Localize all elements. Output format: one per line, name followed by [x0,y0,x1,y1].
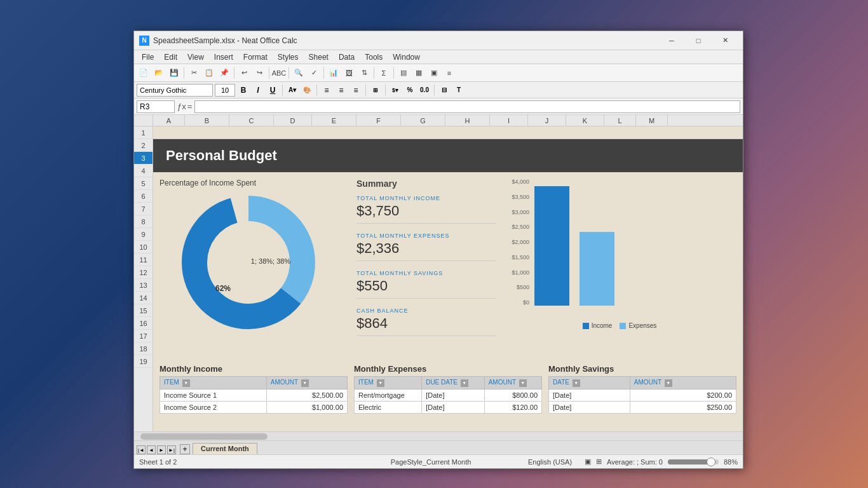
font-size-input[interactable] [215,84,235,97]
row-18[interactable]: 18 [134,342,153,355]
decimal-button[interactable]: 0.0 [418,84,431,97]
row-11[interactable]: 11 [134,254,153,266]
expenses-item-filter[interactable]: ▼ [377,379,384,387]
col-header-E[interactable]: E [312,115,356,126]
row-10[interactable]: 10 [134,241,153,254]
zoom-thumb[interactable] [707,458,715,466]
percent-button[interactable]: % [403,84,416,97]
row-2[interactable]: 2 [134,139,153,152]
sheet-tab-current-month[interactable]: Current Month [193,443,257,454]
row-3[interactable]: 3 [134,152,153,165]
spellcheck-button[interactable]: ABC [272,66,286,80]
cut-button[interactable]: ✂ [187,66,201,80]
savings-date-2[interactable]: [Date] [549,402,630,414]
expenses-date-header[interactable]: DUE DATE ▼ [422,377,485,390]
col-header-L[interactable]: L [604,115,636,126]
hscroll-thumb[interactable] [140,433,268,440]
format-number[interactable]: $▾ [389,84,402,97]
income-item-header[interactable]: ITEM ▼ [160,377,267,390]
menu-insert[interactable]: Insert [209,50,238,64]
col-header-J[interactable]: J [528,115,566,126]
zoom-out-button[interactable]: 🔍 [292,66,306,80]
col-header-B[interactable]: B [185,115,229,126]
horizontal-scrollbar[interactable] [134,431,743,440]
merge-button[interactable]: ⊞ [369,84,382,97]
font-name-input[interactable] [137,84,213,97]
row-4[interactable]: 4 [134,165,153,177]
highlight-button[interactable]: A▾ [286,84,299,97]
expense-amount-1[interactable]: $800.00 [484,390,541,402]
savings-date-header[interactable]: DATE ▼ [549,377,630,390]
underline-button[interactable]: U [266,84,279,97]
savings-amount-filter[interactable]: ▼ [665,379,672,387]
col-header-C[interactable]: C [229,115,274,126]
expenses-item-header[interactable]: ITEM ▼ [355,377,422,390]
row-9[interactable]: 9 [134,228,153,241]
border-button[interactable]: ⊟ [438,84,451,97]
menu-format[interactable]: Format [238,50,273,64]
menu-view[interactable]: View [182,50,209,64]
maximize-button[interactable]: □ [686,34,711,47]
income-amount-1[interactable]: $2,500.00 [266,390,347,402]
save-button[interactable]: 💾 [167,66,181,80]
more-btn1[interactable]: ▤ [397,66,410,80]
align-center-button[interactable]: ≡ [335,84,348,97]
col-header-I[interactable]: I [490,115,528,126]
menu-styles[interactable]: Styles [273,50,304,64]
row-15[interactable]: 15 [134,304,153,317]
income-amount-filter[interactable]: ▼ [301,379,309,387]
expenses-amount-filter[interactable]: ▼ [519,379,527,387]
copy-button[interactable]: 📋 [202,66,216,80]
view-page-icon[interactable]: ⊞ [596,458,602,466]
menu-edit[interactable]: Edit [159,50,182,64]
add-sheet-button[interactable]: + [180,444,190,454]
more-btn3[interactable]: ▣ [427,66,441,80]
row-16[interactable]: 16 [134,317,153,330]
row-1[interactable]: 1 [134,126,153,139]
col-header-A[interactable]: A [153,115,185,126]
menu-file[interactable]: File [137,50,159,64]
more-btn4[interactable]: ≡ [442,66,456,80]
align-right-button[interactable]: ≡ [349,84,362,97]
expense-amount-2[interactable]: $120.00 [484,402,541,414]
new-button[interactable]: 📄 [137,66,151,80]
savings-amount-1[interactable]: $200.00 [630,390,736,402]
check-button[interactable]: ✓ [307,66,321,80]
menu-tools[interactable]: Tools [360,50,388,64]
col-header-H[interactable]: H [445,115,490,126]
menu-data[interactable]: Data [334,50,360,64]
row-6[interactable]: 6 [134,190,153,203]
income-amount-header[interactable]: AMOUNT ▼ [266,377,347,390]
undo-button[interactable]: ↩ [237,66,251,80]
open-button[interactable]: 📂 [152,66,166,80]
row-13[interactable]: 13 [134,279,153,292]
savings-amount-header[interactable]: AMOUNT ▼ [630,377,736,390]
paste-button[interactable]: 📌 [217,66,231,80]
row-19[interactable]: 19 [134,355,153,368]
text-color[interactable]: T [452,84,465,97]
zoom-slider[interactable] [668,459,719,464]
row-17[interactable]: 17 [134,330,153,342]
menu-sheet[interactable]: Sheet [304,50,334,64]
col-header-D[interactable]: D [274,115,312,126]
savings-date-1[interactable]: [Date] [549,390,630,402]
view-normal-icon[interactable]: ▣ [585,458,591,466]
close-button[interactable]: ✕ [712,34,738,47]
align-left-button[interactable]: ≡ [320,84,333,97]
expenses-date-filter[interactable]: ▼ [461,379,468,387]
formula-input[interactable] [194,100,740,113]
sheet-next-button[interactable]: ► [157,445,166,454]
italic-button[interactable]: I [252,84,264,97]
row-8[interactable]: 8 [134,215,153,228]
chart-button[interactable]: 📊 [327,66,341,80]
savings-amount-2[interactable]: $250.00 [630,402,736,414]
sum-button[interactable]: Σ [377,66,391,80]
row-12[interactable]: 12 [134,266,153,279]
redo-button[interactable]: ↪ [252,66,266,80]
income-source-1[interactable]: Income Source 1 [160,390,267,402]
more-btn2[interactable]: ▦ [412,66,426,80]
savings-date-filter[interactable]: ▼ [573,379,580,387]
expense-date-1[interactable]: [Date] [422,390,485,402]
color-button[interactable]: 🎨 [301,84,313,97]
income-amount-2[interactable]: $1,000.00 [266,402,347,414]
